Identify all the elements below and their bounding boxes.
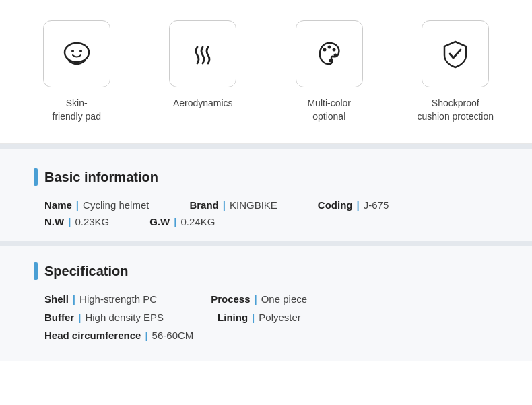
coding-key: Coding (318, 199, 353, 211)
buffer-pair: Buffer | High density EPS (44, 311, 164, 323)
nw-value: 0.23KG (75, 216, 109, 227)
head-circumference-value: 56-60CM (152, 330, 194, 341)
lining-pair: Lining | Polyester (218, 311, 301, 323)
features-section: Skin-friendly pad Aerodynamics (0, 0, 532, 144)
lining-sep: | (252, 311, 255, 323)
feature-multicolor: Multi-coloroptional (275, 20, 383, 123)
basic-info-row-1: Name | Cycling helmet Brand | KINGBIKE C… (44, 199, 498, 211)
skin-friendly-icon-box (43, 20, 110, 87)
multicolor-label: Multi-coloroptional (307, 97, 351, 123)
multicolor-icon (310, 35, 348, 73)
spec-row-1: Shell | High-strength PC Process | One p… (44, 293, 498, 305)
process-pair: Process | One piece (211, 293, 307, 305)
name-sep: | (76, 199, 79, 211)
aerodynamics-icon (184, 35, 222, 73)
spec-row-2: Buffer | High density EPS Lining | Polye… (44, 311, 498, 323)
basic-info-rows: Name | Cycling helmet Brand | KINGBIKE C… (34, 199, 498, 227)
aerodynamics-label: Aerodynamics (173, 97, 233, 110)
svg-point-5 (332, 48, 335, 52)
feature-skin-friendly: Skin-friendly pad (23, 20, 131, 123)
coding-sep: | (357, 199, 360, 211)
brand-sep: | (223, 199, 226, 211)
brand-value: KINGBIKE (230, 199, 277, 211)
feature-shockproof: Shockproofcushion protection (401, 20, 509, 123)
svg-point-6 (333, 54, 337, 57)
basic-info-block: Basic information Name | Cycling helmet … (0, 149, 532, 241)
brand-pair: Brand | KINGBIKE (189, 199, 277, 211)
lining-key: Lining (218, 311, 248, 323)
process-value: One piece (261, 293, 307, 305)
section-divider-top (0, 144, 532, 149)
buffer-key: Buffer (44, 311, 74, 323)
spec-accent (34, 262, 38, 280)
gw-pair: G.W | 0.24KG (149, 216, 215, 227)
svg-point-4 (327, 46, 331, 49)
basic-info-row-2: N.W | 0.23KG G.W | 0.24KG (44, 216, 498, 227)
gw-sep: | (174, 216, 176, 227)
name-pair: Name | Cycling helmet (44, 199, 149, 211)
basic-info-accent (34, 168, 38, 186)
section-divider-mid (0, 241, 532, 246)
multicolor-icon-box (296, 20, 363, 87)
skin-friendly-icon (58, 35, 96, 73)
svg-point-7 (329, 59, 332, 63)
brand-key: Brand (189, 199, 218, 211)
shell-pair: Shell | High-strength PC (44, 293, 157, 305)
basic-info-title-row: Basic information (34, 168, 498, 186)
shell-value: High-strength PC (79, 293, 157, 305)
name-key: Name (44, 199, 72, 211)
lining-value: Polyester (259, 311, 301, 323)
nw-sep: | (68, 216, 71, 227)
svg-point-0 (65, 43, 89, 62)
shell-key: Shell (44, 293, 69, 305)
head-circumference-pair: Head circumference | 56-60CM (44, 330, 193, 341)
gw-key: G.W (149, 216, 170, 227)
aerodynamics-icon-box (169, 20, 236, 87)
shockproof-icon-box (422, 20, 489, 87)
skin-friendly-label: Skin-friendly pad (53, 97, 101, 123)
shockproof-label: Shockproofcushion protection (417, 97, 494, 123)
process-sep: | (255, 293, 257, 305)
spec-title: Specification (44, 264, 128, 279)
spec-title-row: Specification (34, 262, 498, 280)
coding-pair: Coding | J-675 (318, 199, 389, 211)
coding-value: J-675 (364, 199, 389, 211)
name-value: Cycling helmet (83, 199, 149, 211)
svg-point-1 (71, 50, 74, 52)
spec-rows: Shell | High-strength PC Process | One p… (34, 293, 498, 341)
svg-point-2 (79, 50, 82, 52)
svg-point-3 (323, 48, 326, 52)
buffer-sep: | (78, 311, 81, 323)
shell-sep: | (73, 293, 75, 305)
head-circumference-sep: | (145, 330, 147, 341)
feature-aerodynamics: Aerodynamics (149, 20, 257, 110)
spec-block: Specification Shell | High-strength PC P… (0, 246, 532, 361)
process-key: Process (211, 293, 250, 305)
gw-value: 0.24KG (180, 216, 215, 227)
head-circumference-key: Head circumference (44, 330, 141, 341)
nw-key: N.W (44, 216, 64, 227)
buffer-value: High density EPS (85, 311, 164, 323)
nw-pair: N.W | 0.23KG (44, 216, 109, 227)
basic-info-title: Basic information (44, 170, 158, 185)
shockproof-icon (436, 35, 474, 73)
spec-row-3: Head circumference | 56-60CM (44, 330, 498, 341)
